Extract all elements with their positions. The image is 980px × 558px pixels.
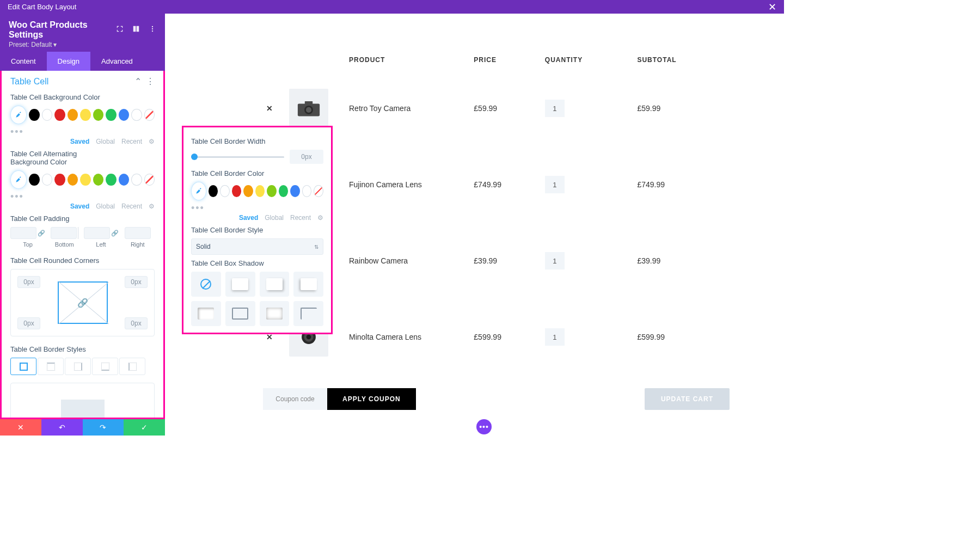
- border-style-select[interactable]: Solid ⇅: [191, 238, 323, 255]
- undo-button[interactable]: ↶: [41, 419, 83, 436]
- fab-more[interactable]: •••: [476, 419, 492, 434]
- shadow-5[interactable]: [225, 301, 255, 326]
- qty-input[interactable]: 1: [545, 100, 565, 117]
- swatch-white[interactable]: [42, 109, 52, 121]
- swatch-white2[interactable]: [131, 174, 142, 186]
- recent-link[interactable]: Recent: [121, 203, 142, 210]
- swatch-black[interactable]: [209, 185, 218, 197]
- swatch-green[interactable]: [106, 109, 116, 121]
- remove-button[interactable]: ✕: [266, 104, 273, 113]
- gear-icon[interactable]: ⚙: [149, 138, 155, 145]
- more-icon[interactable]: [149, 25, 156, 35]
- swatch-white[interactable]: [220, 185, 230, 197]
- svg-point-1: [152, 28, 153, 29]
- link-icon[interactable]: 🔗: [38, 230, 45, 237]
- tab-content[interactable]: Content: [0, 52, 47, 71]
- more-dots[interactable]: •••: [10, 126, 155, 138]
- recent-link[interactable]: Recent: [121, 138, 142, 145]
- swatch-green[interactable]: [106, 174, 116, 186]
- shadow-1[interactable]: [225, 272, 255, 297]
- pad-right-input[interactable]: [125, 227, 151, 239]
- swatch-red[interactable]: [54, 174, 65, 186]
- shadow-4[interactable]: [191, 301, 221, 326]
- gear-icon[interactable]: ⚙: [317, 214, 323, 222]
- section-table-cell[interactable]: Table Cell ⌃⋮: [10, 76, 155, 87]
- swatch-none[interactable]: [144, 174, 155, 186]
- pad-left-input[interactable]: [84, 227, 110, 239]
- swatch-white2[interactable]: [131, 109, 142, 121]
- preset-dropdown[interactable]: Preset: Default ▾: [9, 41, 156, 48]
- cancel-button[interactable]: ✕: [0, 419, 41, 436]
- shadow-6[interactable]: [260, 301, 290, 326]
- swatch-none[interactable]: [314, 185, 323, 197]
- swatch-white2[interactable]: [302, 185, 312, 197]
- qty-input[interactable]: 1: [545, 328, 565, 346]
- border-right[interactable]: [65, 358, 91, 375]
- eyedropper-icon[interactable]: [191, 182, 206, 200]
- apply-coupon-button[interactable]: APPLY COUPON: [327, 388, 416, 410]
- tab-design[interactable]: Design: [47, 52, 90, 71]
- update-cart-button[interactable]: UPDATE CART: [645, 388, 730, 410]
- swatch-yellow[interactable]: [80, 174, 90, 186]
- swatch-none[interactable]: [144, 109, 155, 121]
- border-top[interactable]: [38, 358, 64, 375]
- swatch-blue[interactable]: [119, 174, 129, 186]
- eyedropper-icon[interactable]: [10, 106, 27, 124]
- gear-icon[interactable]: ⚙: [149, 203, 155, 210]
- swatch-blue[interactable]: [119, 109, 129, 121]
- save-button[interactable]: ✓: [124, 419, 165, 436]
- corner-tr[interactable]: 0px: [125, 276, 148, 288]
- qty-input[interactable]: 1: [545, 252, 565, 269]
- shadow-none[interactable]: [191, 272, 221, 297]
- border-width-value[interactable]: 0px: [290, 150, 323, 164]
- swatch-yellow[interactable]: [80, 109, 90, 121]
- tab-advanced[interactable]: Advanced: [90, 52, 144, 71]
- corner-tl[interactable]: 0px: [17, 276, 40, 288]
- shadow-3[interactable]: [293, 272, 323, 297]
- swatch-red[interactable]: [232, 185, 242, 197]
- eyedropper-icon[interactable]: [10, 170, 27, 189]
- columns-icon[interactable]: [132, 25, 140, 35]
- swatch-black[interactable]: [29, 109, 39, 121]
- swatch-lime[interactable]: [93, 174, 103, 186]
- swatch-white[interactable]: [42, 174, 52, 186]
- coupon-input[interactable]: Coupon code: [263, 388, 327, 410]
- border-bottom[interactable]: [92, 358, 118, 375]
- more-dots[interactable]: •••: [191, 203, 323, 214]
- global-link[interactable]: Global: [265, 214, 284, 222]
- corner-bl[interactable]: 0px: [17, 317, 40, 329]
- qty-input[interactable]: 1: [545, 176, 565, 193]
- swatch-black[interactable]: [29, 174, 39, 186]
- swatch-orange[interactable]: [68, 174, 78, 186]
- label-bg-color: Table Cell Background Color: [10, 93, 155, 101]
- border-left[interactable]: [119, 358, 145, 375]
- saved-link[interactable]: Saved: [239, 214, 258, 222]
- more-icon[interactable]: ⋮: [146, 76, 155, 87]
- pad-bottom-input[interactable]: [51, 227, 77, 239]
- more-dots[interactable]: •••: [10, 191, 155, 203]
- border-all[interactable]: [10, 358, 36, 375]
- corner-br[interactable]: 0px: [125, 317, 148, 329]
- swatch-blue[interactable]: [290, 185, 300, 197]
- saved-link[interactable]: Saved: [70, 138, 89, 145]
- swatch-red[interactable]: [54, 109, 65, 121]
- global-link[interactable]: Global: [96, 203, 115, 210]
- redo-button[interactable]: ↷: [83, 419, 124, 436]
- expand-icon[interactable]: [116, 25, 124, 35]
- saved-link[interactable]: Saved: [70, 203, 89, 210]
- swatch-lime[interactable]: [267, 185, 277, 197]
- swatch-yellow[interactable]: [255, 185, 265, 197]
- swatch-green[interactable]: [279, 185, 289, 197]
- close-icon[interactable]: ✕: [768, 1, 776, 13]
- border-width-slider[interactable]: [191, 156, 284, 158]
- swatch-orange[interactable]: [68, 109, 78, 121]
- pad-top-input[interactable]: [10, 227, 36, 239]
- global-link[interactable]: Global: [96, 138, 115, 145]
- link-icon[interactable]: 🔗: [111, 230, 119, 237]
- link-icon[interactable]: 🔗: [77, 298, 88, 308]
- swatch-lime[interactable]: [93, 109, 103, 121]
- shadow-2[interactable]: [260, 272, 290, 297]
- swatch-orange[interactable]: [243, 185, 253, 197]
- recent-link[interactable]: Recent: [290, 214, 311, 222]
- shadow-7[interactable]: [293, 301, 323, 326]
